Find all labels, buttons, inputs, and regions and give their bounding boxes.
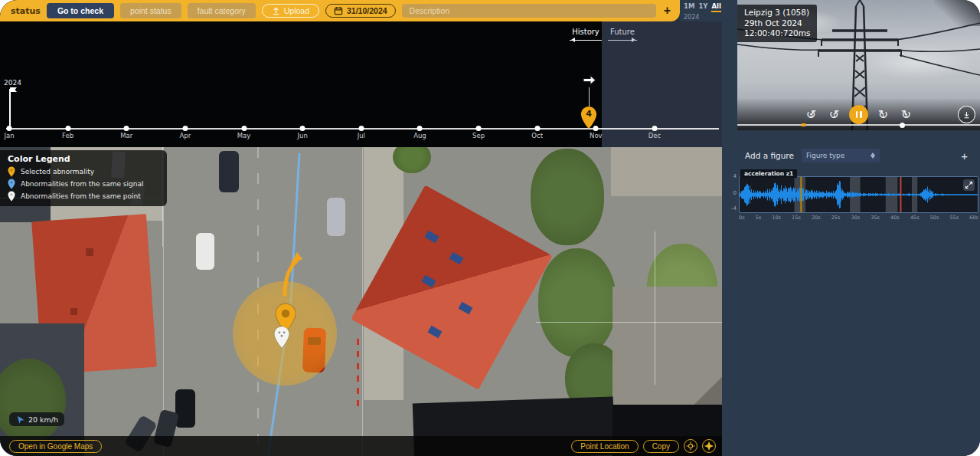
range-option-1m[interactable]: 1M: [684, 2, 694, 12]
timeline-point-dec[interactable]: [652, 126, 658, 131]
skip-amount-label: 5: [810, 113, 813, 118]
skip-amount-label: 1: [833, 113, 836, 118]
skip-back-1-button[interactable]: ↺1: [826, 107, 842, 123]
expand-chart-button[interactable]: [963, 179, 975, 191]
flag-pole: [9, 89, 11, 129]
jump-to-event-button[interactable]: [582, 74, 597, 87]
point-status-button[interactable]: point status: [120, 3, 181, 18]
map-satellite-view[interactable]: Color Legend Selected abnormalityAbnorma…: [0, 147, 722, 456]
legend-item: Abnormalities from the same signal: [8, 179, 161, 189]
skip-amount-label: 5: [905, 113, 908, 118]
x-tick-label: 10s: [772, 215, 781, 221]
future-arrow-icon: [608, 40, 637, 41]
upload-icon: [272, 7, 280, 15]
pause-icon: [860, 111, 862, 118]
skip-forward-1-button[interactable]: ↻1: [875, 107, 891, 123]
detail-panel: Leipzig 3 (1058) 29th Oct 2024 12:00:40:…: [722, 0, 980, 456]
tab-history[interactable]: History: [570, 28, 602, 41]
map-bottom-bar: Open in Google Maps Point Location Copy: [0, 436, 722, 456]
copy-button[interactable]: Copy: [643, 440, 679, 453]
event-marker-on-progress: [801, 123, 806, 126]
timeline-month-label: Jun: [298, 132, 308, 139]
future-region: [602, 0, 722, 147]
range-option-1y[interactable]: 1Y: [698, 2, 707, 12]
description-input[interactable]: [402, 4, 656, 18]
map-pin-icon: [273, 326, 290, 349]
arrow-right-icon: [582, 74, 597, 87]
timeline-point-jan[interactable]: [7, 126, 12, 131]
range-year-label: 2024: [684, 14, 722, 21]
map-pin-icon: [8, 191, 15, 202]
legend-items: Selected abnormalityAbnormalities from t…: [8, 166, 161, 202]
figure-toolbar: Add a figure Figure type +: [745, 149, 972, 162]
history-arrow-icon: [570, 40, 602, 41]
timeline-point-oct[interactable]: [534, 126, 540, 131]
timeline-point-aug[interactable]: [417, 126, 423, 131]
x-tick-label: 30s: [851, 215, 861, 221]
speed-badge: 20 km/h: [9, 412, 64, 426]
speed-value: 20 km/h: [28, 415, 58, 424]
acceleration-chart[interactable]: [739, 176, 978, 213]
timeline-point-may[interactable]: [241, 126, 247, 131]
upload-button[interactable]: Upload: [262, 4, 319, 18]
compass-icon: [704, 441, 714, 451]
timeline-month-label: Aug: [413, 132, 426, 139]
timeline-month-label: Mar: [120, 132, 132, 139]
x-tick-label: 60s: [969, 215, 978, 221]
add-figure-button[interactable]: +: [956, 149, 972, 162]
timeline-point-mar[interactable]: [124, 126, 129, 131]
waveform-canvas[interactable]: [740, 177, 978, 212]
compass-button[interactable]: [702, 439, 716, 453]
y-tick-label: 0: [725, 190, 737, 196]
add-entry-button[interactable]: +: [662, 5, 672, 17]
navigation-arrow-icon: [14, 413, 27, 426]
range-selector-options: 1M1YAll: [684, 2, 722, 12]
tab-history-label: History: [572, 28, 599, 36]
download-icon: [963, 110, 970, 120]
selected-date-marker[interactable]: 4: [580, 106, 597, 129]
video-progress-bar[interactable]: [737, 124, 980, 126]
timeline-point-feb[interactable]: [65, 126, 70, 131]
playhead[interactable]: [900, 123, 905, 128]
pause-icon: [856, 111, 858, 118]
camera-date: 29th Oct 2024: [744, 18, 810, 29]
skip-forward-5-button[interactable]: ↻5: [898, 107, 914, 123]
timeline-month-label: Dec: [648, 132, 661, 139]
figure-type-placeholder: Figure type: [806, 152, 844, 159]
date-picker[interactable]: 31/10/2024: [325, 4, 396, 18]
tab-future[interactable]: Future: [608, 28, 637, 41]
timeline-month-label: Oct: [531, 132, 543, 139]
x-tick-label: 0s: [739, 215, 745, 221]
timeline-point-jun[interactable]: [300, 126, 305, 131]
point-location-button[interactable]: Point Location: [571, 440, 638, 453]
figure-type-select[interactable]: Figure type: [802, 149, 880, 162]
center-target-button[interactable]: [684, 439, 697, 453]
camera-time: 12:00:40:720ms: [744, 28, 810, 39]
skip-back-5-button[interactable]: ↺5: [803, 107, 819, 123]
timeline-point-apr[interactable]: [182, 126, 188, 131]
timeline-point-sep[interactable]: [476, 126, 482, 131]
timeline-year-label: 2024: [4, 79, 21, 87]
range-option-all[interactable]: All: [711, 2, 720, 12]
pause-button[interactable]: [849, 105, 868, 124]
x-tick-label: 20s: [812, 215, 821, 221]
same-point-abnormality-pin[interactable]: [273, 326, 290, 349]
camera-info-badge: Leipzig 3 (1058) 29th Oct 2024 12:00:40:…: [737, 5, 817, 42]
x-tick-label: 35s: [871, 215, 880, 221]
x-tick-label: 40s: [890, 215, 900, 221]
fault-category-button[interactable]: fault category: [188, 3, 256, 18]
timeline-month-label: Nov: [590, 132, 603, 139]
y-tick-label: 4: [725, 173, 737, 179]
crosshair-icon: [686, 441, 695, 451]
timeline-month-label: May: [237, 132, 251, 139]
timeline-month-label: Apr: [180, 132, 191, 139]
go-to-check-button[interactable]: Go to check: [47, 3, 114, 18]
camera-view[interactable]: Leipzig 3 (1058) 29th Oct 2024 12:00:40:…: [737, 0, 980, 130]
map-pin-icon: [8, 166, 15, 177]
timeline-panel: History Future 2024 JanFebMarAprMayJunJu…: [0, 0, 722, 147]
open-google-maps-button[interactable]: Open in Google Maps: [9, 440, 102, 453]
x-tick-label: 50s: [930, 215, 939, 221]
timeline-point-jul[interactable]: [358, 126, 364, 131]
download-button[interactable]: [958, 106, 975, 123]
y-tick-label: -4: [725, 205, 737, 212]
